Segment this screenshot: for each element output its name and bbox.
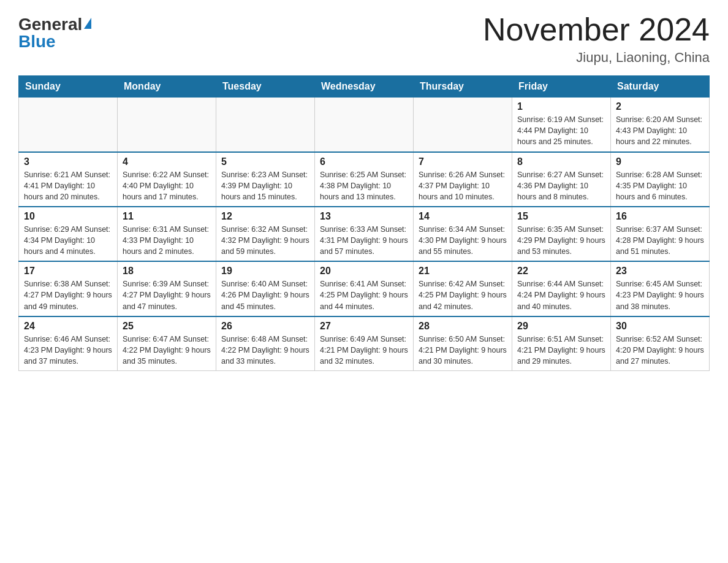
- logo-general-text: General: [18, 16, 82, 33]
- day-number: 27: [320, 321, 408, 332]
- day-info: Sunrise: 6:35 AM Sunset: 4:29 PM Dayligh…: [517, 224, 605, 257]
- calendar-cell: [315, 98, 414, 152]
- calendar-cell: 29Sunrise: 6:51 AM Sunset: 4:21 PM Dayli…: [512, 316, 611, 371]
- weekday-header-monday: Monday: [118, 76, 216, 98]
- calendar-cell: 7Sunrise: 6:26 AM Sunset: 4:37 PM Daylig…: [414, 152, 512, 207]
- day-info: Sunrise: 6:26 AM Sunset: 4:37 PM Dayligh…: [419, 169, 507, 202]
- day-number: 25: [123, 321, 211, 332]
- day-number: 30: [616, 321, 704, 332]
- day-number: 16: [616, 211, 704, 222]
- day-number: 28: [419, 321, 507, 332]
- day-info: Sunrise: 6:20 AM Sunset: 4:43 PM Dayligh…: [616, 114, 704, 147]
- calendar-cell: 21Sunrise: 6:42 AM Sunset: 4:25 PM Dayli…: [414, 261, 512, 316]
- calendar-cell: 16Sunrise: 6:37 AM Sunset: 4:28 PM Dayli…: [611, 207, 710, 261]
- location-text: Jiupu, Liaoning, China: [483, 50, 710, 66]
- day-info: Sunrise: 6:41 AM Sunset: 4:25 PM Dayligh…: [320, 278, 408, 312]
- day-number: 23: [616, 266, 704, 277]
- calendar-cell: 26Sunrise: 6:48 AM Sunset: 4:22 PM Dayli…: [216, 316, 315, 371]
- calendar-cell: 12Sunrise: 6:32 AM Sunset: 4:32 PM Dayli…: [216, 207, 315, 261]
- day-info: Sunrise: 6:27 AM Sunset: 4:36 PM Dayligh…: [517, 169, 605, 202]
- day-info: Sunrise: 6:39 AM Sunset: 4:27 PM Dayligh…: [123, 278, 211, 312]
- calendar-cell: 1Sunrise: 6:19 AM Sunset: 4:44 PM Daylig…: [512, 98, 611, 152]
- day-info: Sunrise: 6:49 AM Sunset: 4:21 PM Dayligh…: [320, 334, 408, 367]
- day-number: 9: [616, 156, 704, 167]
- day-info: Sunrise: 6:34 AM Sunset: 4:30 PM Dayligh…: [419, 224, 507, 257]
- calendar-week-5: 24Sunrise: 6:46 AM Sunset: 4:23 PM Dayli…: [19, 316, 710, 371]
- weekday-header-row: SundayMondayTuesdayWednesdayThursdayFrid…: [19, 76, 710, 98]
- weekday-header-wednesday: Wednesday: [315, 76, 414, 98]
- day-info: Sunrise: 6:45 AM Sunset: 4:23 PM Dayligh…: [616, 278, 704, 312]
- logo-blue-text: Blue: [18, 33, 56, 50]
- title-area: November 2024 Jiupu, Liaoning, China: [483, 12, 710, 66]
- calendar-cell: 10Sunrise: 6:29 AM Sunset: 4:34 PM Dayli…: [19, 207, 118, 261]
- day-info: Sunrise: 6:28 AM Sunset: 4:35 PM Dayligh…: [616, 169, 704, 202]
- calendar-cell: [19, 98, 118, 152]
- calendar-table: SundayMondayTuesdayWednesdayThursdayFrid…: [18, 75, 710, 371]
- calendar-week-4: 17Sunrise: 6:38 AM Sunset: 4:27 PM Dayli…: [19, 261, 710, 316]
- day-number: 10: [24, 211, 112, 222]
- day-number: 4: [123, 156, 211, 167]
- calendar-cell: 19Sunrise: 6:40 AM Sunset: 4:26 PM Dayli…: [216, 261, 315, 316]
- logo-triangle-icon: [84, 18, 91, 29]
- calendar-cell: 4Sunrise: 6:22 AM Sunset: 4:40 PM Daylig…: [118, 152, 216, 207]
- day-number: 20: [320, 266, 408, 277]
- day-info: Sunrise: 6:52 AM Sunset: 4:20 PM Dayligh…: [616, 334, 704, 367]
- calendar-cell: 25Sunrise: 6:47 AM Sunset: 4:22 PM Dayli…: [118, 316, 216, 371]
- calendar-cell: 20Sunrise: 6:41 AM Sunset: 4:25 PM Dayli…: [315, 261, 414, 316]
- day-number: 18: [123, 266, 211, 277]
- calendar-week-2: 3Sunrise: 6:21 AM Sunset: 4:41 PM Daylig…: [19, 152, 710, 207]
- day-number: 7: [419, 156, 507, 167]
- day-number: 2: [616, 101, 704, 112]
- day-info: Sunrise: 6:50 AM Sunset: 4:21 PM Dayligh…: [419, 334, 507, 367]
- calendar-cell: 17Sunrise: 6:38 AM Sunset: 4:27 PM Dayli…: [19, 261, 118, 316]
- day-number: 21: [419, 266, 507, 277]
- calendar-cell: 18Sunrise: 6:39 AM Sunset: 4:27 PM Dayli…: [118, 261, 216, 316]
- calendar-cell: 11Sunrise: 6:31 AM Sunset: 4:33 PM Dayli…: [118, 207, 216, 261]
- calendar-cell: 27Sunrise: 6:49 AM Sunset: 4:21 PM Dayli…: [315, 316, 414, 371]
- calendar-cell: 30Sunrise: 6:52 AM Sunset: 4:20 PM Dayli…: [611, 316, 710, 371]
- calendar-cell: 3Sunrise: 6:21 AM Sunset: 4:41 PM Daylig…: [19, 152, 118, 207]
- day-info: Sunrise: 6:40 AM Sunset: 4:26 PM Dayligh…: [221, 278, 309, 312]
- day-number: 6: [320, 156, 408, 167]
- day-info: Sunrise: 6:29 AM Sunset: 4:34 PM Dayligh…: [24, 224, 112, 257]
- calendar-cell: [414, 98, 512, 152]
- day-info: Sunrise: 6:31 AM Sunset: 4:33 PM Dayligh…: [123, 224, 211, 257]
- day-number: 22: [517, 266, 605, 277]
- day-info: Sunrise: 6:38 AM Sunset: 4:27 PM Dayligh…: [24, 278, 112, 312]
- day-number: 8: [517, 156, 605, 167]
- day-number: 12: [221, 211, 309, 222]
- day-info: Sunrise: 6:22 AM Sunset: 4:40 PM Dayligh…: [123, 169, 211, 202]
- day-number: 26: [221, 321, 309, 332]
- day-number: 29: [517, 321, 605, 332]
- day-number: 3: [24, 156, 112, 167]
- calendar-cell: 23Sunrise: 6:45 AM Sunset: 4:23 PM Dayli…: [611, 261, 710, 316]
- day-number: 17: [24, 266, 112, 277]
- day-info: Sunrise: 6:25 AM Sunset: 4:38 PM Dayligh…: [320, 169, 408, 202]
- calendar-cell: 6Sunrise: 6:25 AM Sunset: 4:38 PM Daylig…: [315, 152, 414, 207]
- calendar-cell: 5Sunrise: 6:23 AM Sunset: 4:39 PM Daylig…: [216, 152, 315, 207]
- day-number: 1: [517, 101, 605, 112]
- calendar-week-1: 1Sunrise: 6:19 AM Sunset: 4:44 PM Daylig…: [19, 98, 710, 152]
- calendar-cell: 28Sunrise: 6:50 AM Sunset: 4:21 PM Dayli…: [414, 316, 512, 371]
- day-info: Sunrise: 6:51 AM Sunset: 4:21 PM Dayligh…: [517, 334, 605, 367]
- calendar-cell: 9Sunrise: 6:28 AM Sunset: 4:35 PM Daylig…: [611, 152, 710, 207]
- calendar-cell: 13Sunrise: 6:33 AM Sunset: 4:31 PM Dayli…: [315, 207, 414, 261]
- page-header: General Blue November 2024 Jiupu, Liaoni…: [18, 12, 710, 66]
- day-info: Sunrise: 6:23 AM Sunset: 4:39 PM Dayligh…: [221, 169, 309, 202]
- day-info: Sunrise: 6:46 AM Sunset: 4:23 PM Dayligh…: [24, 334, 112, 367]
- calendar-cell: 22Sunrise: 6:44 AM Sunset: 4:24 PM Dayli…: [512, 261, 611, 316]
- weekday-header-sunday: Sunday: [19, 76, 118, 98]
- logo: General Blue: [18, 12, 91, 50]
- weekday-header-thursday: Thursday: [414, 76, 512, 98]
- calendar-cell: 14Sunrise: 6:34 AM Sunset: 4:30 PM Dayli…: [414, 207, 512, 261]
- calendar-cell: 24Sunrise: 6:46 AM Sunset: 4:23 PM Dayli…: [19, 316, 118, 371]
- day-info: Sunrise: 6:21 AM Sunset: 4:41 PM Dayligh…: [24, 169, 112, 202]
- calendar-cell: [216, 98, 315, 152]
- weekday-header-tuesday: Tuesday: [216, 76, 315, 98]
- calendar-cell: 2Sunrise: 6:20 AM Sunset: 4:43 PM Daylig…: [611, 98, 710, 152]
- calendar-cell: 8Sunrise: 6:27 AM Sunset: 4:36 PM Daylig…: [512, 152, 611, 207]
- weekday-header-friday: Friday: [512, 76, 611, 98]
- day-number: 5: [221, 156, 309, 167]
- day-info: Sunrise: 6:44 AM Sunset: 4:24 PM Dayligh…: [517, 278, 605, 312]
- day-number: 15: [517, 211, 605, 222]
